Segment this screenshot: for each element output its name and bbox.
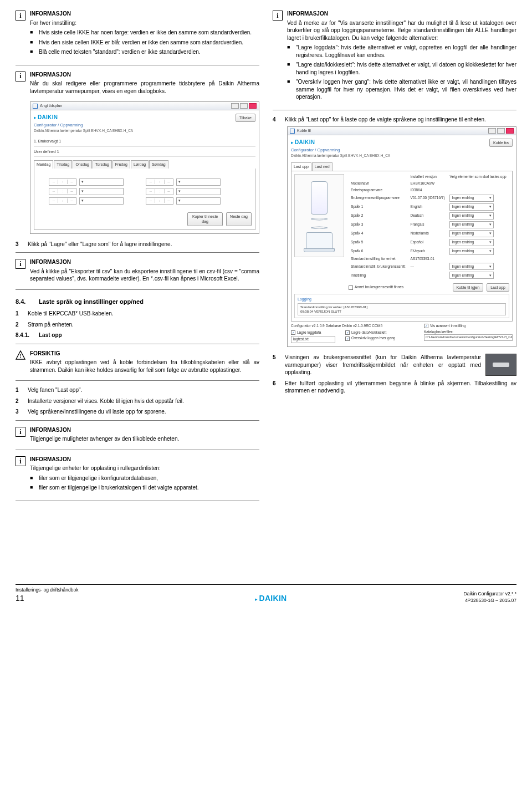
step-text: Velg fanen "Last opp". [28,386,259,394]
select-dropdown[interactable]: Ingen endring [449,248,494,255]
select-dropdown[interactable]: Ingen endring [449,221,494,228]
upload-dialog-screenshot: Koble til DAIKIN Configurator / Oppvarmi… [287,126,516,347]
step-text: Klikk på "Lagre" eller "Lagre som" for å… [28,241,259,248]
other-ui-checkbox[interactable] [349,285,353,290]
step-number: 4 [273,116,279,124]
copy-next-day-button[interactable]: Kopier til neste dag [187,212,223,226]
step-number: 1 [16,386,22,394]
tab-monday[interactable]: Mandag [34,160,53,168]
caution-text: IKKE avbryt opplastingen ved å koble for… [30,359,259,374]
bullet-item: Hvis den siste cellen IKKE er blå: verdi… [30,39,259,47]
userdef-label: User defined 1 [34,149,255,154]
tab-thursday[interactable]: Torsdag [93,160,112,168]
step-text: Klikk på "Last opp" for å laste opp de v… [285,116,516,124]
maximize-button[interactable] [240,103,248,109]
info-bullet-list: filer som er tilgjengelige i konfigurato… [30,475,259,492]
maximize-button[interactable] [497,128,505,134]
overwrite-checkbox[interactable]: ✓ [345,336,350,341]
col-installed-version: Installert versjon [408,174,448,181]
save-log-checkbox[interactable]: ✓ [291,330,295,335]
tab-download[interactable]: Last ned [312,162,332,170]
step-number: 2 [16,397,22,405]
step-text: Koble til EKPCCAB* USB-kabelen. [28,310,259,318]
table-row: Språk 1EnglishIngen endring [349,202,509,211]
select-dropdown[interactable]: Ingen endring [449,272,494,279]
tab-sunday[interactable]: Søndag [149,160,168,168]
info-heading: INFORMASJON [30,10,259,18]
table-row: InnstillingIngen endring [349,271,509,280]
step-number: 6 [273,380,279,395]
bullet-item: "Lagre dato/klokkeslett": hvis dette alt… [287,61,516,76]
info-text: Ved å klikke på "Eksporter til csv" kan … [30,268,259,283]
upload-indicator-image [485,354,516,376]
tab-tuesday[interactable]: Tirsdag [54,160,72,168]
time-input[interactable]: --:-- [146,197,173,205]
caution-icon: ! [16,350,25,360]
info-heading: INFORMASJON [287,10,516,18]
info-icon: i [16,427,25,437]
window-title: Koble til [297,128,311,133]
select-dropdown[interactable]: Ingen endring [449,263,494,270]
select-dropdown[interactable]: Ingen endring [449,239,494,246]
info-icon: i [273,11,283,21]
svg-text:!: ! [19,353,21,359]
footer-docid: 4P328530-1G – 2015.07 [464,598,516,604]
select-dropdown[interactable]: Ingen endring [449,212,494,220]
app-icon [33,104,38,109]
table-row: Standardinnstill. brukergrensesnitt—Inge… [349,262,509,271]
reconnect-button[interactable]: Koble til igjen [453,283,484,292]
action-dropdown[interactable] [79,188,124,195]
next-day-button[interactable]: Neste dag [226,212,252,226]
close-button[interactable] [249,103,257,109]
window-title: Angi tidsplan [40,103,62,108]
save-dt-checkbox[interactable]: ✓ [345,330,350,335]
time-input[interactable]: --:-- [146,178,173,186]
back-button[interactable]: Tilbake [236,114,255,122]
subsection-number: 8.4.1. [16,331,33,339]
minimize-button[interactable] [231,103,239,109]
tab-upload[interactable]: Last opp [291,162,311,170]
action-dropdown[interactable] [79,178,124,186]
info-text: Tilgjengelige muligheter avhenger av den… [30,435,259,443]
select-dropdown[interactable]: Ingen endring [449,230,494,237]
upload-button[interactable]: Last opp [487,283,509,292]
page-number: 11 [16,593,78,604]
breadcrumb: Configurator / Oppvarming [291,147,390,153]
footer-product: Daikin Configurator v2.*.* [464,591,516,597]
info-intro: Tilgjengelige enheter for opplasting i r… [30,465,259,472]
time-input[interactable]: --:-- [49,197,76,205]
select-dropdown[interactable]: Ingen endring [449,195,494,202]
table-row: ModellnavnEHBX16CA9W [349,181,509,187]
minimize-button[interactable] [488,128,496,134]
daikin-logo: DAIKIN [38,114,58,120]
tab-saturday[interactable]: Lørdag [131,160,149,168]
device-illustration [294,174,344,257]
info-bullet-list: "Lagre loggdata": hvis dette alternative… [287,44,516,101]
time-input[interactable]: --:-- [49,178,76,186]
section-number: 8.4. [16,298,33,306]
info-heading: INFORMASJON [30,456,259,463]
select-dropdown[interactable]: Ingen endring [449,203,494,211]
logging-title: Logging [298,297,506,302]
tab-wednesday[interactable]: Onsdag [73,160,92,168]
time-input[interactable]: --:-- [146,188,173,195]
time-input[interactable]: --:-- [49,188,76,195]
action-dropdown[interactable] [176,197,221,205]
footer-doc-title: Installerings- og driftshåndbok [16,587,78,593]
catalog-path-input[interactable]: C:\Users\stadmin\Documents\Configurator\… [424,334,513,340]
caution-heading: FORSIKTIG [30,350,259,358]
info-heading: INFORMASJON [30,258,259,266]
save-dt-label: Lagre dato/klokkeslett [351,330,386,335]
advanced-checkbox[interactable]: ✓ [424,324,428,328]
step-text: Strøm på enheten. [28,321,259,329]
disconnect-button[interactable]: Koble fra [489,139,513,147]
action-dropdown[interactable] [176,178,221,186]
logfile-input[interactable]: logtest.txt [291,336,335,343]
upload-table: Installert versjon Velg elementer som sk… [349,174,509,280]
tab-friday[interactable]: Fredag [112,160,130,168]
info-icon: i [16,72,25,81]
close-button[interactable] [506,128,514,134]
action-dropdown[interactable] [79,197,124,205]
overwrite-label: Overskriv loggen hver gang [351,336,396,341]
action-dropdown[interactable] [176,188,221,195]
